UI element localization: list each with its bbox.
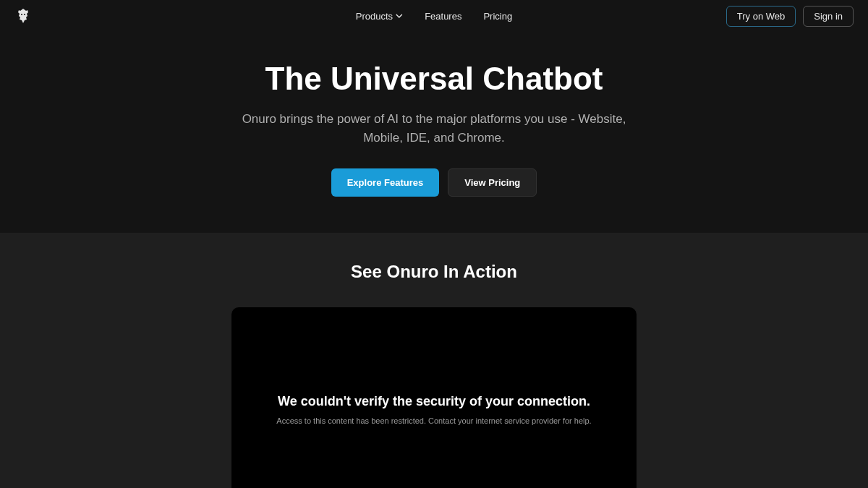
hero-buttons: Explore Features View Pricing	[14, 168, 854, 197]
hero-title: The Universal Chatbot	[14, 61, 854, 97]
hero-section: The Universal Chatbot Onuro brings the p…	[0, 32, 868, 233]
nav-pricing-label: Pricing	[483, 11, 512, 22]
nav-pricing[interactable]: Pricing	[483, 11, 512, 22]
demo-section: See Onuro In Action We couldn't verify t…	[0, 233, 868, 488]
video-container: We couldn't verify the security of your …	[231, 307, 637, 488]
hero-subtitle: Onuro brings the power of AI to the majo…	[231, 110, 637, 147]
sign-in-button[interactable]: Sign in	[803, 6, 854, 27]
logo-icon	[14, 7, 32, 25]
section-title: See Onuro In Action	[14, 262, 854, 282]
try-on-web-button[interactable]: Try on Web	[726, 6, 796, 27]
chevron-down-icon	[396, 12, 403, 20]
video-error-text: Access to this content has been restrict…	[260, 416, 608, 425]
nav-features-label: Features	[425, 11, 461, 22]
header-actions: Try on Web Sign in	[726, 6, 854, 27]
nav-features[interactable]: Features	[425, 11, 461, 22]
explore-features-button[interactable]: Explore Features	[331, 168, 440, 197]
logo[interactable]	[14, 7, 32, 25]
nav-products-label: Products	[356, 11, 393, 22]
header: Products Features Pricing Try on Web Sig…	[0, 0, 868, 32]
nav-products[interactable]: Products	[356, 11, 403, 22]
view-pricing-button[interactable]: View Pricing	[448, 168, 537, 197]
video-error-title: We couldn't verify the security of your …	[260, 394, 608, 409]
nav: Products Features Pricing	[356, 11, 512, 22]
